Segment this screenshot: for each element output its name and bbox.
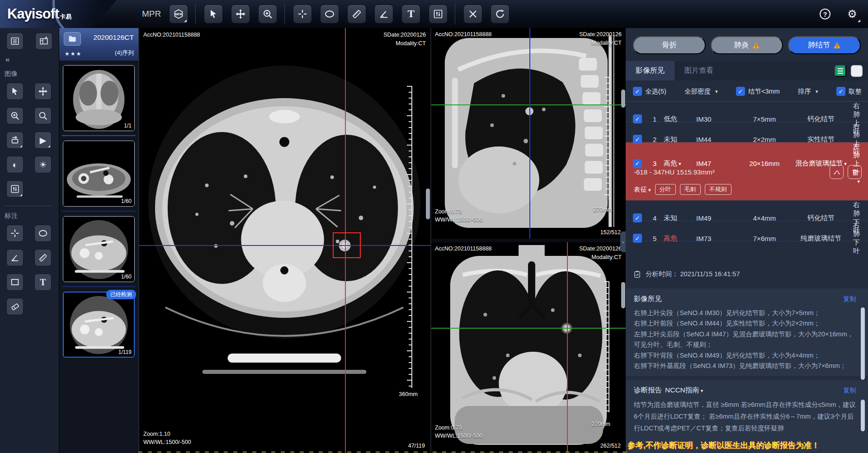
guideline-dropdown[interactable]: NCCN指南▾: [665, 386, 703, 395]
nodule-row-2[interactable]: ✓ 2 未知 IM44 2×2mm 实性结节 右肺上叶: [626, 122, 868, 142]
checkbox-icon[interactable]: ✓: [633, 135, 642, 144]
nodule-grade: 未知: [664, 135, 696, 144]
checkbox-icon[interactable]: ✓: [633, 159, 642, 168]
checkbox-icon[interactable]: ✓: [633, 114, 642, 123]
mode-2d-button[interactable]: 2D: [851, 65, 863, 77]
play-icon: ▶: [40, 136, 47, 145]
nodule-row-5[interactable]: ✓ 5 高危 IM73 7×6mm 纯磨玻璃结节 右肺下叶: [626, 221, 868, 241]
nodule-number: 5: [653, 235, 664, 242]
pan-tool-button[interactable]: [231, 5, 250, 24]
rail-select-button[interactable]: [6, 83, 24, 100]
sagittal-stack-scrollbar[interactable]: [621, 90, 625, 108]
nodule-row-4[interactable]: ✓ 4 未知 IM49 4×4mm 钙化结节 右肺下叶: [626, 201, 868, 221]
select-all-checkbox[interactable]: ✓全选(5): [633, 87, 666, 96]
text-tool-button[interactable]: T: [401, 5, 420, 24]
brand-name: Kayisoft: [7, 6, 59, 22]
axial-crosshair-horizontal[interactable]: [139, 245, 430, 246]
report-text: 结节为混合磨玻璃结节，直径 ≥6mm 若≥6mm且存在伴实性成分≤5mm，建议6…: [634, 399, 856, 434]
rail-ellipse-button[interactable]: [34, 225, 52, 242]
small-nodule-checkbox[interactable]: ✓结节<3mm: [736, 87, 780, 96]
open-study-button[interactable]: [64, 32, 81, 46]
nodule-roi-box[interactable]: [333, 232, 361, 258]
crosshair-tool-button[interactable]: [293, 5, 312, 24]
rail-crosshair-button[interactable]: [6, 225, 24, 242]
feature-chip-spiculation[interactable]: 毛刺: [680, 184, 701, 195]
sort-dropdown[interactable]: 排序▾: [798, 87, 818, 96]
coronal-stack-scrollbar[interactable]: [621, 282, 625, 308]
curve-icon: [833, 168, 841, 176]
coronal-viewport[interactable]: AccNO:202101158888 SDate:20200126 Modali…: [431, 242, 626, 452]
feature-dropdown[interactable]: 表征▾: [634, 185, 651, 194]
density-dropdown[interactable]: 全部密度▾: [684, 87, 718, 96]
worklist-button[interactable]: [6, 33, 24, 50]
nodule-image-no: IM73: [696, 235, 738, 242]
close-layout-button[interactable]: [35, 33, 52, 50]
x-icon: [467, 9, 478, 19]
rail-zoom-in-button[interactable]: [6, 107, 24, 124]
reset-button[interactable]: [491, 5, 509, 24]
checkbox-icon[interactable]: ✓: [633, 213, 642, 222]
series-thumbnail-scout[interactable]: 1/1: [63, 65, 135, 131]
settings-button[interactable]: ⚙: [843, 5, 862, 24]
rail-rotate-image-button[interactable]: [6, 132, 24, 149]
rail-eraser-button[interactable]: [6, 298, 24, 315]
copy-report-link[interactable]: 复制: [843, 386, 856, 395]
findings-scrollbar[interactable]: [861, 307, 865, 380]
series-thumbnail-axial-1[interactable]: 1/60: [63, 141, 135, 207]
help-button[interactable]: ?: [816, 5, 835, 24]
angle-tool-button[interactable]: [374, 5, 393, 24]
coronal-crosshair-horizontal[interactable]: [431, 328, 626, 329]
delete-annotation-button[interactable]: [463, 5, 482, 24]
window-level-button[interactable]: [429, 5, 448, 24]
round-checkbox[interactable]: ✓取整: [836, 87, 862, 96]
sagittal-crosshair-vertical[interactable]: [529, 28, 530, 239]
coronal-crosshair-vertical[interactable]: [567, 242, 568, 452]
select-tool-button[interactable]: [204, 5, 223, 24]
rail-brightness-button[interactable]: ☀: [34, 156, 52, 173]
tab-findings[interactable]: 影像所见: [626, 61, 675, 80]
series-thumbnail-thin-selected[interactable]: 已经检测 1/119: [63, 292, 135, 358]
checkbox-icon[interactable]: ✓: [633, 234, 642, 243]
ellipse-tool-button[interactable]: [320, 5, 339, 24]
module-fracture-button[interactable]: 骨折: [633, 36, 706, 54]
copy-findings-link[interactable]: 复制: [843, 295, 856, 303]
clipboard-icon: [633, 269, 642, 279]
rail-invert-button[interactable]: ◐: [6, 156, 24, 173]
ruler-tool-button[interactable]: [347, 5, 366, 24]
mpr-mode-button[interactable]: [169, 5, 188, 24]
rail-rectangle-button[interactable]: [6, 274, 24, 291]
rail-text-button[interactable]: T: [34, 274, 52, 291]
sagittal-viewport[interactable]: AccNO:202101158888 SDate:20200126 Modali…: [431, 28, 626, 239]
histogram-curve-button[interactable]: [830, 165, 844, 179]
tab-image-view[interactable]: 图片查看: [675, 61, 723, 80]
report-button[interactable]: [835, 65, 846, 77]
collapse-rail-button[interactable]: «: [0, 54, 59, 66]
sagittal-crosshair-horizontal[interactable]: [431, 104, 626, 105]
rail-cine-play-button[interactable]: ▶: [34, 132, 52, 149]
series-thumbnail-axial-2[interactable]: 1/60: [63, 216, 135, 282]
axial-viewport[interactable]: AccNO:202101158888 SDate:20200126 Modali…: [138, 28, 430, 453]
axial-stack-scrollbar[interactable]: [426, 189, 430, 219]
feature-chip-irregular[interactable]: 不规则: [705, 184, 731, 195]
checkbox-icon: ✓: [836, 87, 845, 96]
report-scrollbar[interactable]: [861, 400, 865, 431]
nodule-size: 20×16mm: [738, 160, 791, 167]
rail-angle-button[interactable]: [6, 249, 24, 266]
checkbox-icon: ✓: [633, 87, 642, 96]
feature-chip-lobulation[interactable]: 分叶: [655, 184, 676, 195]
thumbnail-index: 1/60: [121, 198, 132, 204]
rail-magnify-button[interactable]: [34, 107, 52, 124]
rail-pan-button[interactable]: [34, 83, 52, 100]
panel-collapse-handle[interactable]: ›: [620, 231, 626, 252]
rail-ruler-button[interactable]: [34, 249, 52, 266]
module-lung-nodule-button[interactable]: 肺结节: [788, 36, 861, 54]
rail-window-level-button[interactable]: [6, 180, 24, 198]
zoom-tool-button[interactable]: [258, 5, 277, 24]
nodule-row-1[interactable]: ✓ 1 低危 IM30 7×5mm 钙化结节 右肺上叶: [626, 102, 868, 122]
annotate-tools-label: 标注: [0, 208, 59, 224]
nodule-row-3-selected[interactable]: ✓ 3 高危▾ IM47 20×16mm 混合磨玻璃结节▾ 左肺上叶▾ -618…: [626, 142, 868, 201]
delete-nodule-button[interactable]: [848, 165, 862, 179]
module-pneumonia-button[interactable]: 肺炎: [711, 36, 783, 54]
ai-findings-panel: 骨折 肺炎 肺结节 影像所见 图片查看 2D: [626, 28, 868, 453]
nodule-grade-dropdown[interactable]: 高危▾: [664, 159, 696, 168]
